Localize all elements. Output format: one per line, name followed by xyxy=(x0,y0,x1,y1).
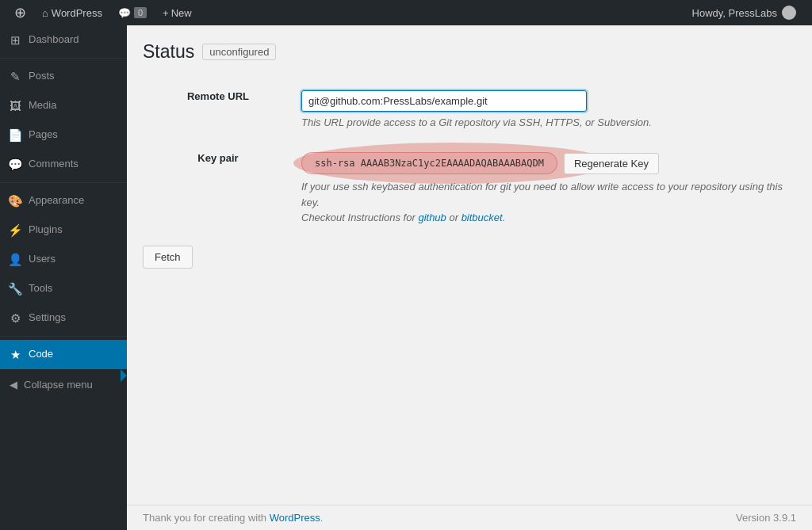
sidebar-item-label: Appearance xyxy=(29,193,84,208)
content-area: Status unconfigured Remote URL This URL … xyxy=(127,25,812,505)
keypair-desc-end: . xyxy=(503,212,506,223)
sidebar-item-settings[interactable]: ⚙ Settings xyxy=(0,303,127,333)
posts-icon: ✎ xyxy=(8,68,22,85)
collapse-icon: ◀ xyxy=(10,379,17,391)
main-content: Status unconfigured Remote URL This URL … xyxy=(127,25,812,530)
sidebar-item-label: Comments xyxy=(29,157,79,171)
admin-bar: ⊕ ⌂ WordPress 💬 0 + New Howdy, PressLabs xyxy=(0,0,812,25)
remote-url-input[interactable] xyxy=(301,90,587,112)
plugins-icon: ⚡ xyxy=(8,222,22,238)
keypair-value: ssh-rsa AAAAB3NzaC1yc2EAAAADAQABAAABAQDM xyxy=(301,152,557,174)
sidebar-item-label: Users xyxy=(29,252,56,266)
keypair-cell: ssh-rsa AAAAB3NzaC1yc2EAAAADAQABAAABAQDM… xyxy=(301,140,796,238)
comment-icon: 💬 xyxy=(118,7,131,19)
footer-thanks-text: Thank you for creating with xyxy=(143,512,270,524)
footer-thanks: Thank you for creating with WordPress. xyxy=(143,512,323,524)
sidebar-item-tools[interactable]: 🔧 Tools xyxy=(0,274,127,303)
collapse-label: Collapse menu xyxy=(24,379,93,391)
comments-item[interactable]: 💬 0 xyxy=(110,0,155,25)
sidebar-separator-1 xyxy=(0,58,127,59)
sidebar-separator-2 xyxy=(0,182,127,183)
sidebar-item-posts[interactable]: ✎ Posts xyxy=(0,62,127,91)
home-icon: ⌂ xyxy=(42,7,48,19)
site-name-item[interactable]: ⌂ WordPress xyxy=(34,0,110,25)
sidebar-item-label: Posts xyxy=(29,69,55,83)
sidebar-item-users[interactable]: 👤 Users xyxy=(0,245,127,274)
users-icon: 👤 xyxy=(8,251,22,268)
remote-url-label: Remote URL xyxy=(143,78,301,140)
sidebar-item-label: Plugins xyxy=(29,223,63,237)
regenerate-key-button[interactable]: Regenerate Key xyxy=(564,153,659,174)
footer-version: Version 3.9.1 xyxy=(736,512,796,524)
status-badge: unconfigured xyxy=(202,44,276,60)
comment-count: 0 xyxy=(134,7,147,18)
media-icon: 🖼 xyxy=(8,97,22,114)
code-icon: ★ xyxy=(8,346,22,363)
sidebar-item-code[interactable]: ★ Code xyxy=(0,340,127,369)
page-title: Status xyxy=(143,41,194,63)
settings-icon: ⚙ xyxy=(8,310,22,326)
keypair-desc-text1: If your use ssh keybased authentication … xyxy=(301,181,783,208)
keypair-desc: If your use ssh keybased authentication … xyxy=(301,179,788,226)
keypair-label: Key pair xyxy=(143,140,301,238)
keypair-value-row: ssh-rsa AAAAB3NzaC1yc2EAAAADAQABAAABAQDM… xyxy=(301,152,666,174)
site-name-label: WordPress xyxy=(52,7,102,19)
sidebar-item-label: Settings xyxy=(29,311,66,325)
howdy-label: Howdy, PressLabs xyxy=(692,7,777,19)
github-link[interactable]: github xyxy=(418,212,446,223)
remote-url-cell: This URL provide access to a Git reposit… xyxy=(301,78,796,140)
sidebar-item-plugins[interactable]: ⚡ Plugins xyxy=(0,215,127,245)
new-content-item[interactable]: + New xyxy=(155,0,200,25)
sidebar-item-label: Dashboard xyxy=(29,32,79,47)
plus-icon: + xyxy=(163,7,169,19)
new-label: New xyxy=(171,7,192,19)
avatar xyxy=(782,6,796,20)
appearance-icon: 🎨 xyxy=(8,193,22,209)
keypair-or-text: or xyxy=(446,212,462,223)
sidebar-item-dashboard[interactable]: ⊞ Dashboard xyxy=(0,25,127,55)
sidebar-item-pages[interactable]: 📄 Pages xyxy=(0,120,127,150)
page-title-wrap: Status unconfigured xyxy=(143,41,796,63)
sidebar-item-comments[interactable]: 💬 Comments xyxy=(0,150,127,179)
keypair-row: Key pair ssh-rsa AAAAB3NzaC1yc2EAAAADAQA… xyxy=(143,140,796,238)
footer-wp-link[interactable]: WordPress xyxy=(270,512,320,524)
remote-url-row: Remote URL This URL provide access to a … xyxy=(143,78,796,140)
sidebar-active-arrow xyxy=(121,369,127,382)
sidebar-item-media[interactable]: 🖼 Media xyxy=(0,91,127,120)
collapse-menu-item[interactable]: ◀ Collapse menu xyxy=(0,372,127,397)
wp-logo-item[interactable]: ⊕ xyxy=(6,0,34,25)
sidebar-separator-3 xyxy=(0,336,127,337)
sidebar-item-label: Tools xyxy=(29,281,52,296)
howdy-item[interactable]: Howdy, PressLabs xyxy=(683,0,806,25)
sidebar-item-label: Pages xyxy=(29,128,58,142)
pages-icon: 📄 xyxy=(8,127,22,143)
form-table: Remote URL This URL provide access to a … xyxy=(143,78,796,238)
remote-url-desc: This URL provide access to a Git reposit… xyxy=(301,116,788,128)
dashboard-icon: ⊞ xyxy=(8,32,22,48)
bitbucket-link[interactable]: bitbucket xyxy=(462,212,503,223)
sidebar-item-appearance[interactable]: 🎨 Appearance xyxy=(0,186,127,215)
footer: Thank you for creating with WordPress. V… xyxy=(127,505,812,530)
keypair-checkout-text: Checkout Instructions for xyxy=(301,212,418,223)
sidebar: ⊞ Dashboard ✎ Posts 🖼 Media 📄 Pages 💬 Co… xyxy=(0,25,127,530)
fetch-button[interactable]: Fetch xyxy=(143,246,193,269)
sidebar-item-label: Media xyxy=(29,98,56,112)
sidebar-item-label: Code xyxy=(29,347,53,361)
comments-icon: 💬 xyxy=(8,156,22,173)
wp-logo-icon: ⊕ xyxy=(14,4,26,21)
tools-icon: 🔧 xyxy=(8,280,22,297)
